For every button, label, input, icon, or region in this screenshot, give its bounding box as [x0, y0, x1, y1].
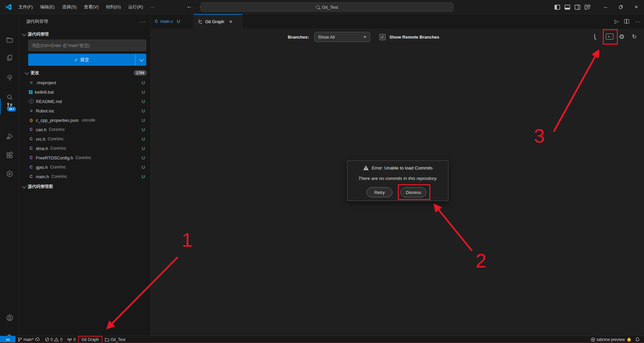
gitgraph-find-icon[interactable] — [594, 34, 595, 39]
source-control-sidebar: 源代码管理 ··· 源代码管理 ✓ 提交 更改 1784 .mxproject … — [19, 14, 151, 336]
file-type-icon — [29, 108, 34, 113]
problems-status-item[interactable]: 0 0 — [43, 336, 65, 343]
toggle-secondary-sidebar-icon[interactable] — [575, 5, 580, 10]
tabnine-status-item[interactable]: tabnine preview — [590, 336, 632, 343]
chevron-down-icon — [139, 57, 144, 61]
close-tab-icon[interactable]: × — [229, 19, 232, 25]
toggle-sidebar-icon[interactable] — [554, 5, 560, 10]
annotation-number-3: 3 — [534, 126, 545, 146]
gitgraph-refresh-icon[interactable]: ↻ — [632, 33, 637, 40]
file-row[interactable]: can.h Core\Inc U — [19, 125, 151, 134]
error-count: 0 — [51, 337, 53, 342]
menu-item[interactable]: 选择(S) — [58, 2, 80, 12]
git-branch-icon — [18, 337, 22, 342]
commit-message-input[interactable] — [28, 40, 146, 51]
notifications-bell-icon[interactable] — [635, 337, 640, 342]
explorer-icon[interactable] — [6, 36, 14, 44]
menu-more-button[interactable]: ··· — [147, 2, 158, 12]
changes-section-header[interactable]: 更改 1784 — [25, 68, 147, 77]
file-name: can.h — [36, 127, 47, 132]
file-row[interactable]: .mxproject U — [19, 78, 151, 87]
git-status-letter: U — [177, 19, 180, 24]
close-window-button[interactable]: × — [629, 0, 644, 14]
file-row[interactable]: FreeRTOSConfig.h Core\Inc U — [19, 153, 151, 162]
git-status-letter: U — [142, 108, 145, 113]
command-center-search[interactable]: Git_Test — [201, 2, 453, 12]
gitgraph-settings-icon[interactable]: ⚙ — [619, 33, 625, 41]
retry-button[interactable]: Retry — [367, 187, 392, 197]
file-type-icon — [29, 118, 34, 122]
menu-item[interactable]: 查看(V) — [80, 2, 102, 12]
back-arrow-icon[interactable]: ← — [186, 3, 192, 10]
customize-layout-icon[interactable] — [585, 5, 590, 10]
test-tree-icon[interactable] — [6, 74, 14, 82]
open-editors-icon[interactable] — [6, 54, 14, 62]
tabnine-icon — [591, 337, 595, 342]
file-row[interactable]: crc.h Core\Inc U — [19, 134, 151, 144]
annotation-box-terminal — [603, 29, 618, 45]
editor-more-actions-icon[interactable]: ··· — [635, 19, 641, 24]
file-row[interactable]: keilkill.bat U — [19, 87, 151, 97]
branch-name: main* — [23, 337, 34, 342]
file-name: c_cpp_properties.json — [36, 118, 78, 123]
radio-tower-icon — [67, 337, 72, 342]
changes-count-badge: 1784 — [134, 70, 147, 76]
scm-section-header[interactable]: 源代码管理 — [22, 30, 148, 38]
sidebar-more-button[interactable]: ··· — [140, 19, 146, 24]
window-controls: ─ × — [598, 0, 644, 14]
gitgraph-status-label: Git Graph — [82, 337, 99, 342]
tab-label: Git Graph — [205, 19, 224, 24]
file-path: .vscode — [81, 118, 95, 122]
chevron-down-icon — [364, 36, 366, 38]
search-icon — [316, 5, 320, 9]
git-graph-icon — [198, 19, 203, 24]
file-row[interactable]: Robot.ioc U — [19, 106, 151, 115]
account-icon[interactable] — [6, 314, 14, 322]
c-file-icon: C — [155, 19, 158, 24]
git-status-letter: U — [142, 99, 145, 104]
menu-item[interactable]: 转到(G) — [102, 2, 125, 12]
extensions-icon[interactable] — [6, 151, 14, 159]
run-code-icon[interactable]: ▷ — [614, 18, 619, 24]
scm-graph-section-header[interactable]: 源代码管理图 — [22, 183, 148, 191]
tab-git-graph[interactable]: Git Graph × — [194, 14, 243, 29]
minimize-button[interactable]: ─ — [598, 0, 613, 14]
changes-file-list: .mxproject U keilkill.bat U README.md U … — [19, 78, 151, 181]
file-row[interactable]: README.md U — [19, 97, 151, 106]
branch-status-item[interactable]: main* — [15, 336, 43, 343]
menu-item[interactable]: 运行(R) — [124, 2, 147, 12]
run-debug-icon[interactable] — [6, 132, 14, 140]
git-status-letter: U — [142, 146, 145, 151]
file-type-icon — [29, 99, 34, 104]
workspace-status-item[interactable]: Git_Test — [102, 336, 128, 343]
menu-item[interactable]: 编辑(E) — [37, 2, 58, 12]
show-remote-branches-checkbox[interactable]: ✓ — [379, 34, 386, 40]
folder-icon — [105, 338, 109, 342]
file-row[interactable]: c_cpp_properties.json .vscode U — [19, 115, 151, 125]
restore-button[interactable] — [613, 0, 629, 14]
file-name: .mxproject — [36, 80, 56, 85]
scm-count-badge: 1K+ — [7, 107, 16, 111]
commit-dropdown-button[interactable] — [135, 54, 146, 66]
menu-item[interactable]: 文件(F) — [15, 2, 37, 12]
ports-status-item[interactable]: 0 — [65, 336, 78, 343]
dialog-message: There are no commits in this repository. — [347, 176, 448, 181]
toggle-panel-icon[interactable] — [565, 5, 570, 10]
remote-indicator[interactable]: >< — [0, 336, 15, 343]
package-view-icon[interactable] — [6, 170, 14, 178]
tab-main-c[interactable]: C main.c U — [151, 14, 194, 29]
branches-dropdown[interactable]: Show All — [314, 32, 370, 42]
file-path: Core\Inc — [49, 127, 65, 132]
file-row[interactable]: main.h Core\Inc U — [19, 172, 151, 181]
file-name: gpio.h — [36, 165, 48, 170]
ports-count: 0 — [73, 337, 76, 342]
check-icon: ✓ — [74, 57, 78, 62]
split-editor-icon[interactable] — [624, 19, 629, 23]
file-row[interactable]: gpio.h Core\Inc U — [19, 162, 151, 172]
gitgraph-status-item[interactable]: Git Graph — [78, 336, 102, 343]
file-type-icon — [29, 137, 34, 141]
file-row[interactable]: dma.h Core\Inc U — [19, 144, 151, 153]
search-sidebar-icon[interactable] — [6, 93, 14, 101]
annotation-box-dismiss — [398, 184, 430, 200]
commit-button[interactable]: ✓ 提交 — [28, 54, 146, 66]
